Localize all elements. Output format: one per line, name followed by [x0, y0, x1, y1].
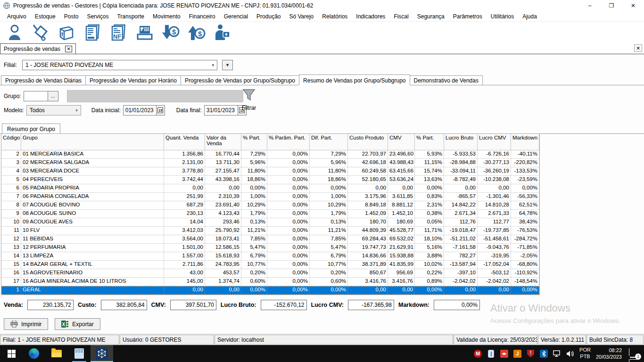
- filial-select[interactable]: 1 - JOSE RENATO PIOVEZAN ME ▾: [22, 60, 217, 70]
- exportar-button[interactable]: X Exportar: [55, 318, 100, 330]
- cash-register-icon[interactable]: [133, 23, 155, 42]
- table-row[interactable]: 1110 FLV3.412,0325.790,9211,21%0,00%11,2…: [1, 227, 539, 235]
- column-header-part[interactable]: % Part.: [241, 134, 267, 150]
- table-row[interactable]: 504 PERECIVEIS3.742,4443.398,1618,86%0,0…: [1, 176, 539, 184]
- user-security-icon[interactable]: [211, 23, 233, 42]
- menu-parametros[interactable]: Parâmetros: [449, 12, 487, 21]
- minimize-icon[interactable]: –: [579, 0, 601, 11]
- tab-demonstrativo-de-vendas[interactable]: Demonstrativo de Vendas: [410, 75, 483, 85]
- tab-resumo-de-vendas-por-grupo-subgrupo[interactable]: Resumo de Vendas por Grupo/Subgrupo: [299, 74, 410, 85]
- taskbar-explorer-icon[interactable]: [45, 345, 68, 362]
- delivery-cart-icon[interactable]: [30, 23, 51, 42]
- column-header-custo-produto[interactable]: Custo Produto: [348, 134, 388, 150]
- thermometer-icon[interactable]: [488, 350, 494, 358]
- column-header-cmv[interactable]: CMV: [388, 134, 415, 150]
- grupo-browse-button[interactable]: ...: [48, 91, 58, 101]
- menu-utilitarios[interactable]: Utilitários: [487, 12, 518, 21]
- menu-gerencial[interactable]: Gerencial: [220, 12, 252, 21]
- tab-progressao-de-vendas-por-horario[interactable]: Progressão de Vendas por Horário: [85, 75, 181, 85]
- table-cell: 0,20%: [241, 269, 267, 278]
- table-row[interactable]: 1GERAL0,000,000,00%0,00%0,00%0,000,000,0…: [1, 286, 539, 295]
- table-row[interactable]: 1009 ACOUGUE AVES14,04293,460,13%0,00%0,…: [1, 218, 539, 227]
- column-header-dif-part[interactable]: Dif. Part.: [310, 134, 348, 150]
- restore-icon[interactable]: ❐: [601, 0, 622, 11]
- taskbar-clock[interactable]: 08:22 20/03/2023: [596, 347, 622, 361]
- close-icon[interactable]: ✕: [622, 0, 644, 11]
- table-row[interactable]: 1615 AGROVETERINARIO43,00453,570,20%0,00…: [1, 269, 539, 278]
- menu-indicadores[interactable]: Indicadores: [352, 12, 389, 21]
- taskbar-gestores-app-icon[interactable]: [91, 345, 113, 362]
- tab-progressao-de-vendas-por-grupo-subgrupo[interactable]: Progressão de Vendas por Grupo/Subgrupo: [181, 75, 299, 85]
- mcafee-icon[interactable]: M: [474, 350, 482, 358]
- grupo-input[interactable]: [24, 91, 48, 101]
- table-row[interactable]: 1716 AGUA MINERAL ACIMA DE 10 LITROS145,…: [1, 278, 539, 286]
- menu-transporte[interactable]: Transporte: [113, 12, 149, 21]
- column-header-valor-da-venda[interactable]: Valor da Venda: [205, 134, 241, 150]
- menu-ajuda[interactable]: Ajuda: [518, 12, 541, 21]
- tab-resumo-por-grupo[interactable]: Resumo por Grupo: [2, 123, 60, 133]
- menu-seguranca[interactable]: Segurança: [413, 12, 449, 21]
- menu-movimento[interactable]: Movimento: [149, 12, 185, 21]
- column-header-grupo[interactable]: Grupo: [21, 134, 164, 150]
- taskbar-edge-icon[interactable]: [23, 345, 45, 362]
- column-header-part[interactable]: % Part.: [415, 134, 444, 150]
- tab-progressao-de-vendas-diarias[interactable]: Progressão de Vendas Diárias: [1, 75, 86, 85]
- table-row[interactable]: 1514 BAZAR GERAL + TEXTIL2.711,8624.783,…: [1, 261, 539, 269]
- table-row[interactable]: 201 MERCEARIA BASICA1.356,8616.770,447,2…: [1, 150, 539, 159]
- product-box-icon[interactable]: [56, 23, 77, 42]
- bluetooth-icon[interactable]: [540, 350, 548, 358]
- table-cell: 0,22%: [415, 269, 444, 278]
- document-tab[interactable]: Progressão de vendas ✕: [0, 43, 76, 54]
- customer-icon[interactable]: [4, 23, 25, 42]
- table-cell: 0,00%: [267, 235, 310, 244]
- java-icon[interactable]: J: [513, 350, 521, 358]
- calendar-icon[interactable]: 15: [156, 106, 165, 115]
- taskbar-calculator-icon[interactable]: [68, 345, 91, 362]
- menu-arquivo[interactable]: Arquivo: [3, 12, 31, 21]
- table-row[interactable]: 706 PADARIA CONGELADA251,992.310,391,00%…: [1, 193, 539, 201]
- menu-so-varejo[interactable]: Só Varejo: [285, 12, 318, 21]
- table-row[interactable]: 1211 BEBIDAS3.564,0018.073,417,85%0,00%7…: [1, 235, 539, 244]
- windows-activation-watermark: Ativar o Windows Acesse Configurações pa…: [490, 302, 620, 324]
- sync-icon[interactable]: ◂▸: [500, 350, 508, 358]
- action-center-icon[interactable]: 1: [629, 349, 640, 358]
- menu-producao[interactable]: Produção: [252, 12, 285, 21]
- filtrar-button[interactable]: Filtrar: [237, 88, 261, 111]
- table-row[interactable]: 605 PADARIA PROPRIA0,000,000,00%0,00%0,0…: [1, 184, 539, 193]
- imprimir-button[interactable]: Imprimir: [4, 318, 48, 330]
- start-button[interactable]: [0, 345, 23, 362]
- network-icon[interactable]: [553, 350, 561, 358]
- menu-estoque[interactable]: Estoque: [31, 12, 60, 21]
- table-row[interactable]: 908 ACOUGUE SUINO230,134.123,431,79%0,00…: [1, 210, 539, 218]
- data-inicial-field[interactable]: 01/01/2023 15: [123, 105, 165, 115]
- modelo-select[interactable]: Todos ▾: [26, 105, 81, 115]
- menu-fiscal[interactable]: Fiscal: [389, 12, 413, 21]
- menu-servicos[interactable]: Serviços: [83, 12, 113, 21]
- volume-icon[interactable]: [566, 350, 574, 358]
- menu-relatorios[interactable]: Relatórios: [318, 12, 352, 21]
- menu-posto[interactable]: Posto: [60, 12, 83, 21]
- money-down-icon[interactable]: $: [159, 23, 181, 42]
- menu-financeiro[interactable]: Financeiro: [185, 12, 220, 21]
- table-cell: 1,79%: [310, 210, 348, 218]
- table-row[interactable]: 302 MERCEARIA SALGADA2.131,0013.711,305,…: [1, 159, 539, 167]
- table-row[interactable]: 403 MERCEARIA DOCE3.778,8027.155,4711,80…: [1, 167, 539, 176]
- column-header-param-part[interactable]: % Parâm. Part.: [267, 134, 310, 150]
- column-header-lucro-bruto[interactable]: Lucro Bruto: [444, 134, 478, 150]
- filial-dropdown-button[interactable]: ▼: [222, 60, 233, 70]
- money-up-icon[interactable]: $: [185, 23, 207, 42]
- language-indicator[interactable]: POR PTB: [579, 347, 591, 360]
- column-header-markdown[interactable]: Markdown: [511, 134, 539, 150]
- table-row[interactable]: 1413 LIMPEZA1.557,0015.618,936,79%0,00%6…: [1, 252, 539, 261]
- table-row[interactable]: 1312 PERFUMARIA1.501,0012.586,155,47%0,0…: [1, 244, 539, 252]
- document-tab-close-icon[interactable]: ✕: [65, 46, 72, 52]
- nf-document-icon[interactable]: NF: [107, 23, 129, 42]
- column-header-lucro-cmv[interactable]: Lucro CMV: [478, 134, 511, 150]
- column-header-quant-venda[interactable]: Quant. Venda: [164, 134, 205, 150]
- invoice-icon[interactable]: [82, 23, 103, 42]
- shield-alert-icon[interactable]: !: [527, 350, 534, 358]
- table-row[interactable]: 807 ACOUGUE BOVINO687,2923.691,4010,29%0…: [1, 201, 539, 210]
- table-cell: 3: [1, 159, 21, 167]
- column-header-codigo[interactable]: Código: [1, 134, 21, 150]
- tabstrip-close-icon[interactable]: ✕: [634, 44, 642, 52]
